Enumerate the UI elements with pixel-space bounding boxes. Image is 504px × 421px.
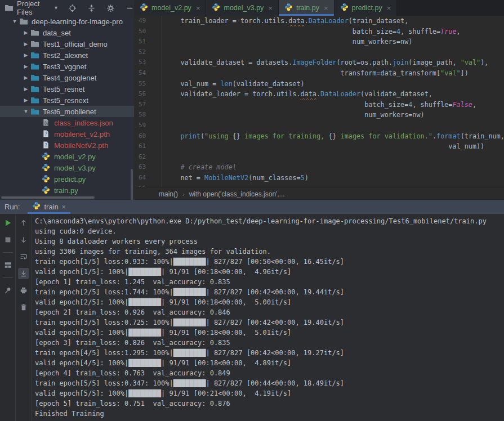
tree-item-label: mobilenet_v2.pth (54, 130, 110, 138)
pin-icon[interactable] (2, 285, 14, 296)
line-number[interactable]: 50 (134, 26, 162, 37)
breadcrumb-item[interactable]: with open('class_indices.json',... (189, 190, 285, 198)
tree-item-class_indices.json[interactable]: {@class_indices.json (0, 117, 134, 128)
line-number[interactable]: 56 (134, 89, 162, 100)
run-panel-body: C:\anaconda3\envs\pytorch\python.exe D:/… (0, 214, 504, 421)
tree-item-Test5_resnet[interactable]: ▶Test5_resnet (0, 83, 134, 95)
console-line: valid epoch[2/5]: 100%|████████| 91/91 [… (35, 297, 504, 307)
tree-item-MobileNetV2.pth[interactable]: ?MobileNetV2.pth (0, 140, 134, 151)
tree-item-label: Test3_vggnet (43, 62, 86, 71)
tree-item-label: train.py (54, 186, 78, 195)
line-number[interactable]: 54 (134, 68, 162, 79)
code-line-64: 64 net = MobileNetV2(num_classes=5) (134, 173, 504, 183)
console-line: [epoch 2] train_loss: 0.926 val_accuracy… (35, 307, 504, 317)
tree-horizontal-scrollbar[interactable] (1, 196, 95, 199)
console-line: valid epoch[5/5]: 100%|████████| 91/91 [… (35, 388, 504, 398)
code-line-57: 57 batch_size=4, shuffle=False, (134, 100, 504, 110)
scroll-end-icon[interactable] (18, 268, 29, 279)
tab-model_v2.py[interactable]: model_v2.py× (134, 0, 206, 16)
tree-item-Test3_vggnet[interactable]: ▶Test3_vggnet (0, 61, 134, 72)
editor-tab-bar: model_v2.py×model_v3.py×train.py×predict… (134, 0, 504, 16)
line-number[interactable]: 49 (134, 16, 162, 26)
code-text (162, 120, 164, 131)
tree-item-Test6_mobilenet[interactable]: ▼Test6_mobilenet (0, 106, 134, 117)
console-line: [epoch 5] train_loss: 0.751 val_accuracy… (35, 398, 504, 409)
tree-item-label: Test1_official_demo (43, 40, 108, 48)
chevron-down-icon: ▼ (53, 5, 59, 11)
line-number[interactable]: 53 (134, 57, 162, 68)
close-icon[interactable]: × (387, 4, 391, 12)
line-number[interactable]: 61 (134, 141, 162, 152)
collapse-all-icon[interactable] (87, 3, 96, 12)
tree-vertical-scrollbar[interactable] (131, 169, 133, 200)
tab-model_v3.py[interactable]: model_v3.py× (206, 0, 278, 16)
layout-icon[interactable] (2, 259, 14, 271)
project-tree: ▼deep-learning-for-image-pro▶data_set▶Te… (0, 16, 135, 200)
line-number[interactable]: 58 (134, 110, 162, 120)
breadcrumb-item[interactable]: main() (159, 190, 178, 198)
tree-item-Test2_alexnet[interactable]: ▶Test2_alexnet (0, 50, 134, 61)
folder-icon (30, 107, 39, 116)
code-text: batch_size=4, shuffle=False, (162, 100, 476, 110)
soft-wrap-icon[interactable] (18, 251, 29, 262)
code-line-59: 59 (134, 120, 504, 131)
tree-item-deep-learning-for-image-pro[interactable]: ▼deep-learning-for-image-pro (0, 16, 134, 27)
stop-icon[interactable] (2, 234, 14, 245)
line-number[interactable]: 60 (134, 131, 162, 142)
line-number[interactable]: 59 (134, 120, 162, 131)
tree-item-Test5_resnext[interactable]: ▶Test5_resnext (0, 95, 134, 106)
play-icon[interactable] (2, 217, 14, 229)
gear-icon[interactable] (106, 3, 115, 12)
arrow-down-icon[interactable] (18, 234, 29, 245)
toolbar-divider (3, 252, 13, 253)
project-files-selector[interactable]: Project Files ▼ (0, 0, 61, 16)
code-text: val_num = len(validate_dataset) (162, 79, 305, 89)
tree-item-predict.py[interactable]: predict.py (0, 173, 134, 185)
printer-icon[interactable] (18, 285, 29, 296)
run-tab-label: train (44, 203, 58, 211)
tree-item-Test4_googlenet[interactable]: ▶Test4_googlenet (0, 72, 134, 83)
tree-item-model_v3.py[interactable]: model_v3.py (0, 162, 134, 173)
tree-item-label: class_indices.json (54, 119, 113, 127)
line-number[interactable]: 62 (134, 152, 162, 163)
code-text: val_num)) (162, 141, 484, 152)
run-label: Run: (5, 203, 20, 211)
tree-item-Test1_official_demo[interactable]: ▶Test1_official_demo (0, 38, 134, 50)
code-text: train_loader = torch.utils.data.DataLoad… (162, 16, 408, 26)
tree-item-data_set[interactable]: ▶data_set (0, 27, 134, 38)
console-line: [epoch 1] train_loss: 1.245 val_accuracy… (35, 277, 504, 287)
close-icon[interactable]: × (324, 4, 328, 12)
line-number[interactable]: 63 (134, 162, 162, 173)
tree-item-train.py[interactable]: train.py (0, 185, 134, 196)
toolbar-icon-group (68, 3, 134, 12)
tree-item-label: deep-learning-for-image-pro (32, 17, 123, 26)
target-icon[interactable] (68, 3, 77, 12)
line-number[interactable]: 51 (134, 37, 162, 47)
close-icon[interactable]: × (268, 4, 273, 12)
line-number[interactable]: 57 (134, 100, 162, 110)
folder-icon (30, 39, 39, 48)
tree-item-mobilenet_v2.pth[interactable]: ?mobilenet_v2.pth (0, 128, 134, 140)
hide-panel-icon[interactable] (125, 3, 134, 12)
python-icon (340, 3, 349, 14)
close-icon[interactable]: × (62, 203, 66, 211)
svg-text:?: ? (44, 142, 47, 148)
close-icon[interactable]: × (196, 4, 200, 12)
collapsed-arrow-icon: ▶ (21, 52, 30, 58)
folder-icon (19, 17, 28, 26)
line-number[interactable]: 55 (134, 79, 162, 89)
run-tab-train[interactable]: train × (28, 200, 70, 214)
tab-label: train.py (296, 4, 319, 12)
line-number[interactable]: 52 (134, 47, 162, 58)
trash-icon[interactable] (18, 302, 29, 313)
console-line: valid epoch[3/5]: 100%|████████| 91/91 [… (35, 328, 504, 338)
tab-label: predict.py (352, 4, 382, 12)
tree-item-model_v2.py[interactable]: model_v2.py (0, 151, 134, 162)
run-panel-header: Run: train × (0, 200, 504, 214)
line-number[interactable]: 64 (134, 173, 162, 183)
project-tree-items: ▼deep-learning-for-image-pro▶data_set▶Te… (0, 16, 134, 196)
tab-predict.py[interactable]: predict.py× (334, 0, 398, 16)
arrow-up-icon[interactable] (18, 217, 29, 229)
expanded-arrow-icon: ▼ (21, 109, 30, 114)
tab-train.py[interactable]: train.py× (279, 0, 334, 16)
